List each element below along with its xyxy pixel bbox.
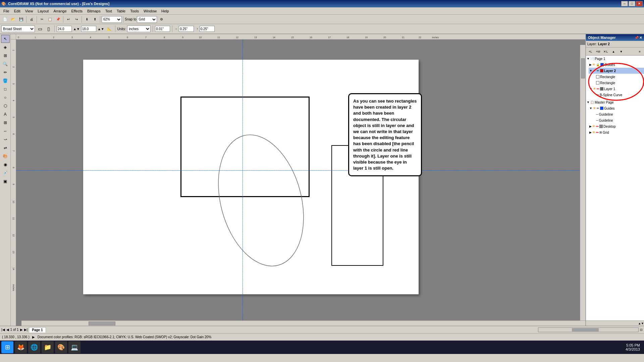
blend-tool[interactable]: ⇌	[1, 144, 10, 152]
tree-master-page[interactable]: ▼ 📋 Master Page	[586, 99, 644, 105]
menu-text[interactable]: Text	[103, 8, 114, 14]
zoom-fit-page[interactable]: ⊡	[640, 328, 643, 331]
rectangle-1[interactable]	[180, 97, 310, 197]
menu-effects[interactable]: Effects	[69, 8, 85, 14]
export-button[interactable]: ⬆	[91, 16, 99, 23]
redo-button[interactable]: ↪	[73, 16, 80, 23]
tree-master-guides[interactable]: ▼ 👁 ✏ Guides	[589, 105, 644, 111]
zoom-select[interactable]: 62%	[102, 16, 122, 23]
tree-bspline[interactable]: 〜 B-Spline Curve	[591, 92, 644, 98]
page-width-input[interactable]	[57, 26, 72, 32]
close-button[interactable]: ✕	[636, 1, 643, 6]
firefox-button[interactable]: 🦊	[15, 341, 27, 353]
menu-window[interactable]: Window	[142, 8, 159, 14]
scrollbar-h-thumb[interactable]	[89, 321, 115, 325]
page-nav-last[interactable]: ▶|	[24, 328, 28, 331]
menu-bitmaps[interactable]: Bitmaps	[85, 8, 103, 14]
snap-select[interactable]: Grid	[137, 16, 157, 23]
tree-desktop[interactable]: ▶ 👁 ✏ Desktop	[589, 123, 644, 129]
obj-new-master[interactable]: +M	[594, 48, 602, 55]
ellipse-tool[interactable]: ○	[1, 94, 10, 102]
menu-arrange[interactable]: Arrange	[51, 8, 68, 14]
scrollbar-v-thumb[interactable]	[581, 58, 585, 78]
freehand-tool[interactable]: ✏	[1, 68, 10, 76]
connector-tool[interactable]: ⤻	[1, 135, 10, 143]
minimize-button[interactable]: ─	[621, 1, 628, 6]
scroll-down-button[interactable]: ▼	[641, 322, 644, 325]
menu-table[interactable]: Table	[115, 8, 127, 14]
tree-layer1[interactable]: ▼ 👁 ✏ Layer 1	[589, 86, 644, 92]
obj-manager-menu[interactable]: ≡	[636, 48, 643, 55]
portrait-button[interactable]: ▭	[36, 25, 44, 33]
polygon-tool[interactable]: ⬡	[1, 102, 10, 110]
import-button[interactable]: ⬇	[83, 16, 91, 23]
obj-delete-layer[interactable]: ✕L	[602, 48, 609, 55]
maximize-button[interactable]: □	[629, 1, 635, 6]
text-tool[interactable]: A	[1, 110, 10, 118]
selection-tool[interactable]: ↖	[1, 35, 10, 43]
tree-guides[interactable]: ▶ 👁 🔒 Guides	[589, 62, 644, 68]
copy-button[interactable]: 📋	[46, 16, 54, 23]
menu-file[interactable]: File	[1, 8, 11, 14]
obj-move-up[interactable]: ▲	[610, 48, 617, 55]
right-panel-scrollbar[interactable]: ▲ ▼	[586, 320, 644, 326]
units-select[interactable]: inches	[127, 25, 151, 32]
eyedropper-tool[interactable]: 💉	[1, 169, 10, 177]
menu-layout[interactable]: Layout	[36, 8, 51, 14]
new-button[interactable]: 📄	[1, 16, 9, 23]
dimension-tool[interactable]: ↔	[1, 127, 10, 135]
menu-view[interactable]: View	[23, 8, 35, 14]
obj-manager-close[interactable]: ✕	[639, 36, 642, 40]
coordinates-expand[interactable]: ▶	[32, 335, 35, 339]
zoom-tool[interactable]: 🔍	[1, 60, 10, 68]
folder-button[interactable]: 📁	[42, 341, 54, 353]
tree-rect2[interactable]: Rectangle	[591, 80, 644, 86]
menu-tools[interactable]: Tools	[128, 8, 141, 14]
undo-button[interactable]: ↩	[65, 16, 72, 23]
smart-fill-tool[interactable]: 🪣	[1, 77, 10, 85]
page-tab-1[interactable]: Page 1	[29, 327, 46, 333]
tree-guideline1[interactable]: ─ Guideline	[591, 111, 644, 117]
main-scroll-thumb-h[interactable]	[572, 328, 599, 331]
page-nav-prev[interactable]: ◀	[6, 328, 9, 331]
drawing-canvas[interactable]: As you can see two rectangles have been …	[16, 40, 585, 326]
obj-manager-pin[interactable]: 📌	[635, 36, 639, 40]
obj-move-down[interactable]: ▼	[618, 48, 625, 55]
nudge-input[interactable]	[155, 26, 170, 32]
page-nav-next[interactable]: ▶	[20, 328, 23, 331]
scroll-up-button[interactable]: ▲	[638, 322, 641, 325]
obj-new-layer[interactable]: +L	[587, 48, 594, 55]
chrome-button[interactable]: 🌐	[28, 341, 40, 353]
tree-grid[interactable]: ▶ 👁 ✏ ⊞ Grid	[589, 129, 644, 135]
tree-rect1[interactable]: Rectangle	[591, 74, 644, 80]
tree-page1[interactable]: ▼ 📄 Page 1	[586, 56, 644, 62]
paste-button[interactable]: 📌	[54, 16, 62, 23]
print-button[interactable]: 🖨	[28, 16, 35, 23]
fill-tool[interactable]: 🎨	[1, 152, 10, 160]
save-button[interactable]: 💾	[17, 16, 25, 23]
landscape-button[interactable]: ▯	[45, 25, 52, 33]
canvas-area[interactable]: 0 1 2 3 4 5 6 7 8 9 10 11 12 13 14 15 16…	[11, 34, 585, 326]
app5-button[interactable]: 💻	[68, 341, 80, 353]
tree-layer2[interactable]: ▼ 👁 ✏ Layer 2	[589, 68, 644, 74]
outline-tool[interactable]: ◉	[1, 161, 10, 169]
open-button[interactable]: 📂	[9, 16, 17, 23]
page-settings-button[interactable]: 📐	[106, 25, 113, 33]
horizontal-scrollbar[interactable]	[21, 320, 585, 326]
window-controls[interactable]: ─ □ ✕	[621, 1, 643, 6]
page-height-input[interactable]	[81, 26, 96, 32]
nudge-x-input[interactable]	[179, 26, 194, 32]
page-size-select[interactable]: Broad Sheet	[1, 25, 35, 32]
vertical-scrollbar[interactable]	[580, 45, 585, 320]
coreldraw-taskbar[interactable]: 🎨	[55, 341, 67, 353]
rectangle-tool[interactable]: □	[1, 85, 10, 93]
crop-tool[interactable]: ⊞	[1, 52, 10, 60]
tree-guideline2[interactable]: ─ Guideline	[591, 117, 644, 123]
menu-edit[interactable]: Edit	[12, 8, 22, 14]
start-button[interactable]: ⊞	[1, 341, 13, 353]
menu-help[interactable]: Help	[159, 8, 171, 14]
interactive-fill[interactable]: ▣	[1, 177, 10, 185]
page-nav-first[interactable]: |◀	[1, 328, 5, 331]
main-scrollbar-h[interactable]	[538, 327, 639, 332]
cut-button[interactable]: ✂	[38, 16, 46, 23]
